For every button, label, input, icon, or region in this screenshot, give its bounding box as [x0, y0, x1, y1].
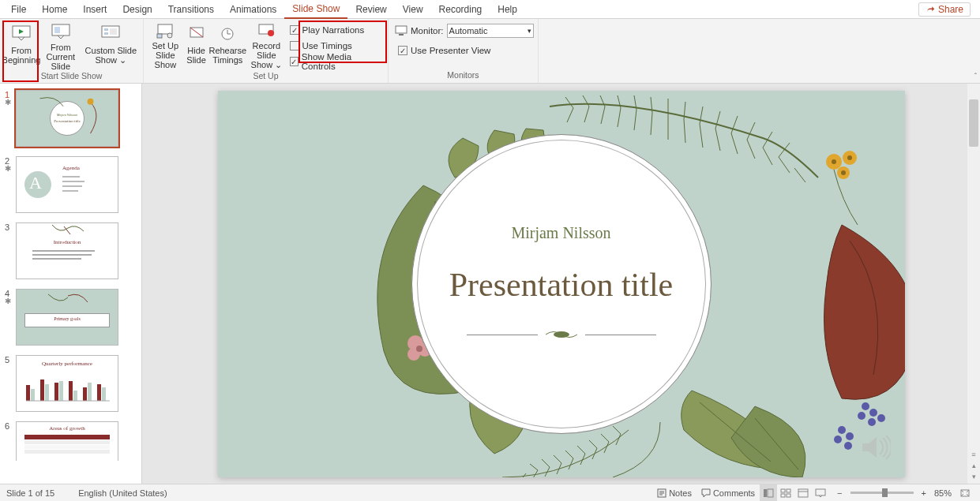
vertical-scrollbar[interactable]: ≡ ▴ ▾ [967, 84, 980, 484]
from-current-button[interactable]: From Current Slide [39, 21, 82, 69]
thumbnail-number: 3 [5, 222, 16, 279]
svg-point-51 [416, 346, 422, 352]
show-media-controls-checkbox[interactable]: ✓ Show Media Controls [287, 54, 385, 69]
custom-slide-show-button[interactable]: Custom Slide Show ⌄ [82, 21, 140, 69]
svg-rect-20 [26, 385, 30, 401]
use-timings-checkbox[interactable]: Use Timings [287, 38, 385, 54]
svg-rect-8 [157, 34, 162, 38]
svg-rect-7 [158, 24, 172, 34]
hide-slide-icon [188, 22, 205, 44]
svg-rect-57 [764, 489, 767, 497]
tab-recording[interactable]: Recording [431, 0, 490, 19]
zoom-in-button[interactable]: + [918, 488, 929, 498]
thumbnail-row[interactable]: 3 Introduction [0, 221, 141, 287]
thumbnail-number: 2✱ [5, 156, 16, 213]
custom-show-icon [100, 22, 121, 44]
tab-design[interactable]: Design [115, 0, 160, 19]
show-media-label: Show Media Controls [302, 52, 381, 71]
thumb-title: Presentation title [54, 119, 81, 123]
media-speaker-icon[interactable] [859, 434, 891, 463]
rehearse-timings-button[interactable]: Rehearse Timings [208, 21, 246, 69]
tab-transitions[interactable]: Transitions [160, 0, 222, 19]
hide-slide-button[interactable]: Hide Slide [184, 21, 209, 69]
normal-view-button[interactable] [760, 484, 777, 502]
next-slide-button[interactable]: ▾ [972, 473, 976, 480]
svg-point-39 [862, 402, 869, 410]
slide-canvas[interactable]: Mirjam Nilsson Presentation title [218, 91, 905, 477]
thumbnail-slide-1[interactable]: Mirjam Nilsson Presentation title [16, 90, 118, 147]
zoom-out-button[interactable]: − [834, 488, 845, 498]
thumbnail-slide-3[interactable]: Introduction [16, 222, 118, 279]
from-current-label: From Current Slide [39, 43, 82, 71]
presenter-view-checkbox[interactable]: ✓ Use Presenter View [395, 43, 494, 58]
prev-slide-button[interactable]: ▴ [972, 462, 976, 469]
record-slide-show-button[interactable]: Record Slide Show ⌄ [246, 21, 286, 69]
from-beginning-button[interactable]: From Beginning [3, 21, 39, 69]
title-circle: Mirjam Nilsson Presentation title [411, 134, 712, 434]
collapse-ribbon-button[interactable]: ˆ [974, 73, 977, 81]
thumbnail-slide-4[interactable]: Primary goals [16, 289, 118, 346]
thumbnail-row[interactable]: 5 Quarterly performance [0, 353, 141, 420]
thumbnail-pane[interactable]: 1✱ Mirjam Nilsson Presentation title 2✱ … [0, 84, 142, 484]
svg-rect-30 [88, 383, 92, 401]
record-label: Record Slide Show ⌄ [246, 41, 286, 69]
slide-sorter-view-button[interactable] [777, 484, 794, 502]
setup-icon [156, 22, 175, 39]
comments-label: Comments [713, 488, 755, 498]
svg-point-42 [868, 418, 876, 426]
thumbnail-slide-6[interactable]: Areas of growth [16, 421, 118, 461]
main-area: 1✱ Mirjam Nilsson Presentation title 2✱ … [0, 84, 980, 484]
notes-label: Notes [669, 488, 692, 498]
tab-slide-show[interactable]: Slide Show [284, 0, 347, 19]
tab-animations[interactable]: Animations [222, 0, 284, 19]
zoom-level[interactable]: 85% [929, 488, 956, 498]
reading-view-button[interactable] [794, 484, 812, 502]
divider-ornament [467, 326, 656, 343]
scrollbar-thumb[interactable] [969, 99, 978, 147]
svg-point-47 [844, 442, 852, 450]
tab-file[interactable]: File [3, 0, 34, 19]
thumbnail-slide-5[interactable]: Quarterly performance [16, 355, 118, 412]
comments-icon [701, 488, 711, 498]
comments-button[interactable]: Comments [697, 484, 760, 502]
tab-insert[interactable]: Insert [75, 0, 115, 19]
thumbnail-number: 5 [5, 355, 16, 412]
svg-rect-27 [45, 384, 49, 401]
svg-rect-6 [110, 28, 117, 35]
slide-counter: Slide 1 of 15 [6, 488, 54, 498]
thumbnail-slide-2[interactable]: A Agenda [16, 156, 118, 213]
tab-view[interactable]: View [395, 0, 431, 19]
slideshow-view-button[interactable] [812, 484, 829, 502]
thumbnail-number: 4✱ [5, 289, 16, 346]
share-label: Share [938, 4, 963, 15]
prev-slide-button[interactable]: ≡ [971, 451, 975, 458]
svg-point-38 [841, 170, 846, 175]
thumbnail-row[interactable]: 1✱ Mirjam Nilsson Presentation title [0, 88, 141, 155]
custom-show-label: Custom Slide Show ⌄ [82, 46, 140, 65]
notes-button[interactable]: Notes [652, 484, 697, 502]
fit-to-window-button[interactable] [956, 484, 974, 502]
play-narrations-checkbox[interactable]: ✓ Play Narrations [287, 22, 385, 38]
checkbox-icon [290, 41, 299, 50]
tab-home[interactable]: Home [34, 0, 75, 19]
zoom-slider[interactable] [850, 492, 914, 494]
thumbnail-row[interactable]: 4✱ Primary goals [0, 287, 141, 353]
monitor-select[interactable]: Automatic ▾ [447, 24, 534, 38]
presenter-view-label: Use Presenter View [411, 46, 490, 55]
svg-rect-63 [798, 489, 808, 497]
thumbnail-row[interactable]: 6 Areas of growth [0, 420, 141, 469]
play-from-start-icon [11, 22, 32, 44]
language-indicator[interactable]: English (United States) [78, 488, 167, 498]
set-up-slide-show-button[interactable]: Set Up Slide Show [147, 21, 184, 69]
share-button[interactable]: Share [918, 2, 971, 17]
tab-help[interactable]: Help [490, 0, 525, 19]
tab-review[interactable]: Review [347, 0, 394, 19]
play-narrations-label: Play Narrations [302, 25, 365, 35]
monitor-value: Automatic [449, 26, 488, 36]
svg-rect-28 [59, 381, 63, 401]
svg-point-40 [869, 409, 877, 417]
checkbox-icon: ✓ [290, 57, 299, 66]
svg-point-46 [834, 436, 842, 443]
thumbnail-row[interactable]: 2✱ A Agenda [0, 155, 141, 221]
svg-point-44 [838, 426, 846, 434]
